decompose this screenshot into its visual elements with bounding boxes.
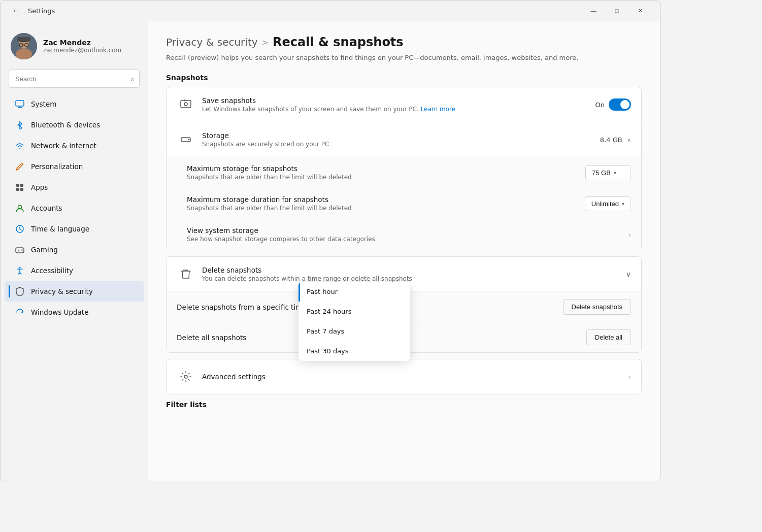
sidebar-item-network[interactable]: Network & internet bbox=[5, 136, 144, 156]
user-name: Zac Mendez bbox=[43, 39, 121, 47]
titlebar-controls: — □ ✕ bbox=[582, 3, 652, 19]
chevron-down-icon-storage: ▾ bbox=[614, 170, 616, 176]
svg-rect-14 bbox=[16, 184, 19, 187]
svg-point-30 bbox=[188, 139, 190, 141]
storage-text: Storage Snapshots are securely stored on… bbox=[202, 131, 600, 148]
apps-icon bbox=[15, 182, 25, 192]
advanced-settings-text: Advanced settings bbox=[202, 373, 628, 381]
back-button[interactable]: ← bbox=[9, 4, 23, 18]
minimize-button[interactable]: — bbox=[582, 3, 605, 19]
time-icon bbox=[15, 224, 25, 234]
chevron-down-icon-duration: ▾ bbox=[622, 201, 624, 207]
dropdown-item-past-24h[interactable]: Past 24 hours bbox=[299, 302, 410, 321]
max-duration-right: Unlimited ▾ bbox=[585, 196, 631, 211]
sidebar-nav: System Bluetooth & devices Network & int… bbox=[1, 94, 148, 322]
max-duration-value: Unlimited bbox=[591, 200, 619, 208]
sidebar-label-update: Windows Update bbox=[31, 308, 88, 316]
sidebar-item-bluetooth[interactable]: Bluetooth & devices bbox=[5, 115, 144, 135]
delete-snapshots-text: Delete snapshots You can delete snapshot… bbox=[202, 266, 626, 282]
sidebar-item-personalization[interactable]: Personalization bbox=[5, 156, 144, 177]
breadcrumb-parent[interactable]: Privacy & security bbox=[166, 36, 258, 48]
advanced-settings-row[interactable]: Advanced settings › bbox=[167, 359, 641, 394]
max-storage-value: 75 GB bbox=[592, 169, 611, 177]
breadcrumb: Privacy & security > Recall & snapshots bbox=[166, 35, 642, 49]
save-snapshots-text: Save snapshots Let Windows take snapshot… bbox=[202, 96, 595, 113]
toggle-label: On bbox=[595, 101, 605, 109]
max-storage-right: 75 GB ▾ bbox=[585, 165, 631, 180]
svg-rect-26 bbox=[181, 101, 191, 108]
save-snapshots-toggle[interactable] bbox=[609, 98, 631, 111]
system-icon bbox=[15, 99, 25, 109]
sidebar-label-accessibility: Accessibility bbox=[31, 267, 73, 275]
learn-more-link[interactable]: Learn more bbox=[421, 106, 455, 113]
snapshots-section-title: Snapshots bbox=[166, 74, 642, 82]
delete-timeframe-row: Delete snapshots from a specific timefra… bbox=[167, 292, 641, 322]
maximize-button[interactable]: □ bbox=[605, 3, 628, 19]
chevron-up-icon: ∧ bbox=[627, 137, 631, 143]
search-box: ⌕ bbox=[9, 70, 140, 88]
max-duration-desc: Snapshots that are older than the limit … bbox=[187, 205, 585, 212]
storage-icon bbox=[177, 130, 195, 149]
chevron-down-icon-delete: ∨ bbox=[626, 270, 631, 278]
settings-window: ← Settings — □ ✕ bbox=[0, 0, 660, 481]
titlebar: ← Settings — □ ✕ bbox=[1, 1, 660, 21]
personalization-icon bbox=[15, 161, 25, 172]
view-storage-desc: See how snapshot storage compares to oth… bbox=[187, 236, 628, 243]
sidebar-item-privacy[interactable]: Privacy & security bbox=[5, 281, 144, 302]
close-button[interactable]: ✕ bbox=[628, 3, 652, 19]
max-storage-dropdown[interactable]: 75 GB ▾ bbox=[585, 165, 631, 180]
svg-rect-16 bbox=[16, 188, 19, 191]
svg-rect-17 bbox=[20, 188, 23, 191]
sidebar-item-time[interactable]: Time & language bbox=[5, 219, 144, 239]
timeframe-dropdown: Past hour Past 24 hours Past 7 days Past… bbox=[299, 282, 410, 361]
accessibility-icon bbox=[15, 265, 25, 276]
max-duration-dropdown[interactable]: Unlimited ▾ bbox=[585, 196, 631, 211]
svg-rect-28 bbox=[184, 99, 185, 101]
delete-all-button[interactable]: Delete all bbox=[586, 329, 631, 345]
dropdown-item-past-hour[interactable]: Past hour bbox=[299, 282, 410, 302]
delete-snapshots-button[interactable]: Delete snapshots bbox=[563, 299, 631, 315]
sidebar-label-accounts: Accounts bbox=[31, 204, 62, 212]
dropdown-item-past-7d[interactable]: Past 7 days bbox=[299, 321, 410, 341]
storage-row[interactable]: Storage Snapshots are securely stored on… bbox=[167, 122, 641, 157]
view-storage-right: › bbox=[628, 231, 631, 239]
sidebar-item-gaming[interactable]: Gaming bbox=[5, 240, 144, 260]
svg-point-27 bbox=[184, 103, 187, 106]
breadcrumb-current: Recall & snapshots bbox=[273, 35, 404, 49]
save-snapshots-icon bbox=[177, 95, 195, 114]
save-snapshots-title: Save snapshots bbox=[202, 96, 595, 105]
content-area: Zac Mendez zacmendez@outlook.com ⌕ Syste… bbox=[1, 21, 660, 481]
sidebar-item-apps[interactable]: Apps bbox=[5, 177, 144, 197]
view-storage-text: View system storage See how snapshot sto… bbox=[187, 226, 628, 243]
sidebar-item-accounts[interactable]: Accounts bbox=[5, 198, 144, 218]
sidebar-item-accessibility[interactable]: Accessibility bbox=[5, 260, 144, 281]
update-icon bbox=[15, 307, 25, 317]
avatar bbox=[11, 33, 37, 59]
sidebar-label-system: System bbox=[31, 100, 56, 108]
user-profile[interactable]: Zac Mendez zacmendez@outlook.com bbox=[1, 25, 148, 70]
privacy-icon bbox=[15, 286, 25, 296]
delete-body: Delete snapshots from a specific timefra… bbox=[167, 292, 641, 352]
view-storage-row[interactable]: View system storage See how snapshot sto… bbox=[167, 219, 641, 250]
delete-icon bbox=[177, 265, 195, 283]
advanced-settings-title: Advanced settings bbox=[202, 373, 628, 381]
delete-timeframe-right: Delete snapshots bbox=[563, 299, 631, 315]
svg-point-24 bbox=[22, 250, 23, 251]
delete-snapshots-desc: You can delete snapshots within a time r… bbox=[202, 275, 626, 282]
sidebar-label-apps: Apps bbox=[31, 183, 48, 191]
storage-value: 8.4 GB bbox=[600, 136, 622, 144]
sidebar-item-system[interactable]: System bbox=[5, 94, 144, 114]
avatar-image bbox=[11, 33, 37, 59]
max-storage-text: Maximum storage for snapshots Snapshots … bbox=[187, 164, 585, 181]
titlebar-left: ← Settings bbox=[9, 4, 55, 18]
delete-snapshots-title: Delete snapshots bbox=[202, 266, 626, 274]
save-snapshots-desc: Let Windows take snapshots of your scree… bbox=[202, 106, 595, 113]
dropdown-item-past-30d[interactable]: Past 30 days bbox=[299, 341, 410, 361]
sidebar: Zac Mendez zacmendez@outlook.com ⌕ Syste… bbox=[1, 21, 148, 481]
delete-snapshots-card: Delete snapshots You can delete snapshot… bbox=[166, 256, 642, 353]
sidebar-label-time: Time & language bbox=[31, 225, 89, 233]
sidebar-item-update[interactable]: Windows Update bbox=[5, 302, 144, 322]
svg-rect-9 bbox=[16, 101, 24, 106]
view-storage-title: View system storage bbox=[187, 226, 628, 235]
search-input[interactable] bbox=[9, 70, 140, 88]
